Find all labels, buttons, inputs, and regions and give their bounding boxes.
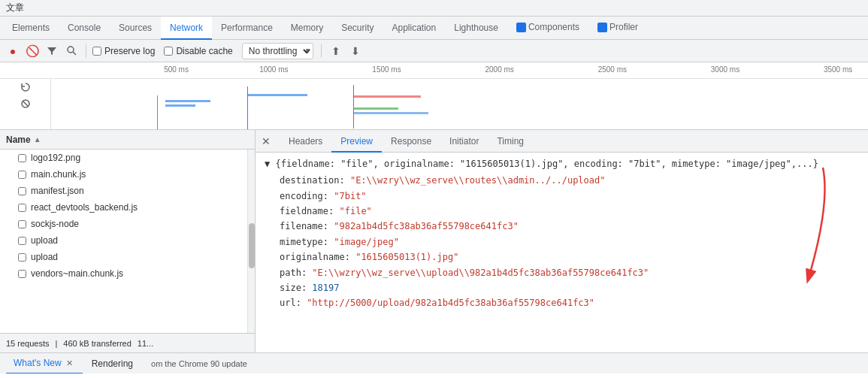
tab-headers[interactable]: Headers bbox=[280, 130, 331, 153]
list-item[interactable]: main.chunk.js bbox=[0, 166, 247, 183]
components-icon bbox=[516, 23, 526, 32]
list-item[interactable]: react_devtools_backend.js bbox=[0, 199, 247, 216]
ruler-tick-2500: 2500 ms bbox=[598, 65, 627, 74]
json-field-url: url: "http://5000/upload/982a1b4d5fc38ab… bbox=[265, 295, 859, 310]
svg-point-0 bbox=[68, 47, 74, 53]
wf-bar-blue-vert bbox=[247, 86, 248, 129]
svg-line-1 bbox=[73, 52, 76, 55]
scrollbar-thumb[interactable] bbox=[249, 223, 255, 268]
filter-button[interactable] bbox=[44, 43, 60, 59]
disable-cache-checkbox[interactable] bbox=[164, 47, 173, 56]
file-list-footer: 15 requests | 460 kB transferred 11... bbox=[0, 333, 255, 352]
wf-bar-green bbox=[353, 107, 398, 110]
json-field-fieldname: fieldname: "file" bbox=[265, 204, 859, 219]
json-field-size: size: 18197 bbox=[265, 280, 859, 295]
item-checkbox-react-devtools[interactable] bbox=[18, 204, 26, 212]
tab-memory[interactable]: Memory bbox=[282, 17, 332, 40]
tab-profiler[interactable]: Profiler bbox=[588, 17, 647, 40]
tab-response[interactable]: Response bbox=[382, 130, 440, 153]
tab-application[interactable]: Application bbox=[383, 17, 446, 40]
import-har-button[interactable]: ⬆ bbox=[328, 43, 344, 59]
refresh-icon[interactable] bbox=[19, 80, 32, 94]
file-list-scrollbar[interactable] bbox=[247, 150, 255, 333]
item-checkbox-sockjs[interactable] bbox=[18, 220, 26, 228]
filter-icon bbox=[47, 46, 57, 56]
tab-timing[interactable]: Timing bbox=[488, 130, 533, 153]
wf-bar-blue-1 bbox=[157, 95, 158, 129]
search-button[interactable] bbox=[63, 43, 80, 59]
wf-bar-red-vert bbox=[353, 85, 354, 129]
item-checkbox-upload-2[interactable] bbox=[18, 253, 26, 262]
ruler-tick-3500: 3500 ms bbox=[824, 65, 852, 74]
bottom-info-text: om the Chrome 90 update bbox=[151, 359, 247, 368]
tab-lighthouse[interactable]: Lighthouse bbox=[445, 17, 507, 40]
list-item[interactable]: logo192.png bbox=[0, 150, 247, 166]
json-field-filename: filename: "982a1b4d5fc38ab36af55798ce641… bbox=[265, 219, 859, 234]
bottom-tab-close-whats-new[interactable]: ✕ bbox=[65, 358, 75, 368]
main-area: Name ▲ logo192.png main.chunk.js manifes… bbox=[0, 130, 868, 352]
preserve-log-label[interactable]: Preserve log bbox=[92, 46, 155, 56]
ruler-tick-500: 500 ms bbox=[164, 65, 189, 74]
ruler-tick-1500: 1500 ms bbox=[372, 65, 401, 74]
tab-components[interactable]: Components bbox=[507, 17, 588, 40]
item-checkbox-main-chunk[interactable] bbox=[18, 171, 26, 179]
ruler-tick-1000: 1000 ms bbox=[259, 65, 288, 74]
disable-cache-label[interactable]: Disable cache bbox=[164, 46, 232, 56]
ruler-tick-2000: 2000 ms bbox=[485, 65, 514, 74]
list-item[interactable]: upload bbox=[0, 232, 247, 249]
tab-network[interactable]: Network bbox=[161, 17, 212, 40]
list-item[interactable]: vendors~main.chunk.js bbox=[0, 265, 247, 282]
list-item[interactable]: manifest.json bbox=[0, 183, 247, 199]
throttle-select[interactable]: No throttling bbox=[242, 43, 313, 59]
profiler-icon bbox=[597, 23, 607, 32]
tab-elements[interactable]: Elements bbox=[3, 17, 59, 40]
file-list-scroll[interactable]: logo192.png main.chunk.js manifest.json … bbox=[0, 150, 255, 333]
item-checkbox-vendors[interactable] bbox=[18, 270, 26, 278]
svg-line-3 bbox=[23, 101, 28, 107]
preview-tabs-bar: ✕ Headers Preview Response Initiator Tim… bbox=[256, 130, 868, 153]
file-list-header: Name ▲ bbox=[0, 130, 255, 150]
bottom-bar: What's New ✕ Rendering om the Chrome 90 … bbox=[0, 352, 868, 373]
preview-content[interactable]: ▼ {fieldname: "file", originalname: "161… bbox=[256, 153, 868, 352]
bottom-tab-rendering[interactable]: Rendering bbox=[84, 353, 141, 374]
timeline-graph bbox=[51, 79, 868, 129]
toolbar-separator-1 bbox=[86, 44, 86, 58]
block-icon[interactable] bbox=[19, 97, 32, 110]
preview-tab-close-btn[interactable]: ✕ bbox=[259, 134, 274, 149]
wf-bar-blue-bottom bbox=[353, 112, 428, 114]
preview-panel: ✕ Headers Preview Response Initiator Tim… bbox=[256, 130, 868, 352]
item-checkbox-upload-1[interactable] bbox=[18, 237, 26, 245]
network-toolbar: ● 🚫 Preserve log Disable cache No thrott… bbox=[0, 40, 868, 62]
export-har-button[interactable]: ⬇ bbox=[347, 43, 364, 59]
tab-console[interactable]: Console bbox=[59, 17, 110, 40]
json-summary-line: ▼ {fieldname: "file", originalname: "161… bbox=[265, 157, 859, 171]
stop-recording-button[interactable]: ● bbox=[5, 43, 21, 59]
file-list-panel: Name ▲ logo192.png main.chunk.js manifes… bbox=[0, 130, 256, 352]
clear-button[interactable]: 🚫 bbox=[24, 43, 41, 59]
tab-initiator[interactable]: Initiator bbox=[440, 130, 488, 153]
list-item[interactable]: sockjs-node bbox=[0, 216, 247, 232]
tab-security[interactable]: Security bbox=[332, 17, 383, 40]
json-summary-text: {fieldname: "file", originalname: "16156… bbox=[275, 159, 818, 169]
list-item[interactable]: upload bbox=[0, 249, 247, 265]
json-field-originalname: originalname: "1615605013(1).jpg" bbox=[265, 249, 859, 265]
item-checkbox-manifest[interactable] bbox=[18, 187, 26, 195]
toolbar-separator-2 bbox=[321, 44, 322, 58]
item-checkbox-logo192[interactable] bbox=[18, 154, 26, 162]
json-field-mimetype: mimetype: "image/jpeg" bbox=[265, 234, 859, 249]
wf-bar-blue-2 bbox=[165, 100, 210, 102]
wf-bar-blue-h bbox=[247, 94, 307, 96]
bottom-tab-whats-new[interactable]: What's New ✕ bbox=[6, 353, 83, 374]
tab-performance[interactable]: Performance bbox=[212, 17, 282, 40]
sort-icon: ▲ bbox=[34, 135, 41, 144]
wf-bar-red-h bbox=[353, 95, 421, 98]
preserve-log-checkbox[interactable] bbox=[92, 47, 101, 56]
json-field-path: path: "E:\\wzry\\wz_serve\\upload\\982a1… bbox=[265, 265, 859, 280]
wf-bar-blue-3 bbox=[165, 104, 195, 107]
ruler-tick-3000: 3000 ms bbox=[711, 65, 739, 74]
tab-preview[interactable]: Preview bbox=[331, 130, 382, 153]
file-list-name-header: Name bbox=[6, 135, 31, 145]
json-field-encoding: encoding: "7bit" bbox=[265, 189, 859, 204]
timeline-ruler: 500 ms 1000 ms 1500 ms 2000 ms 2500 ms 3… bbox=[0, 62, 868, 79]
tab-sources[interactable]: Sources bbox=[110, 17, 161, 40]
